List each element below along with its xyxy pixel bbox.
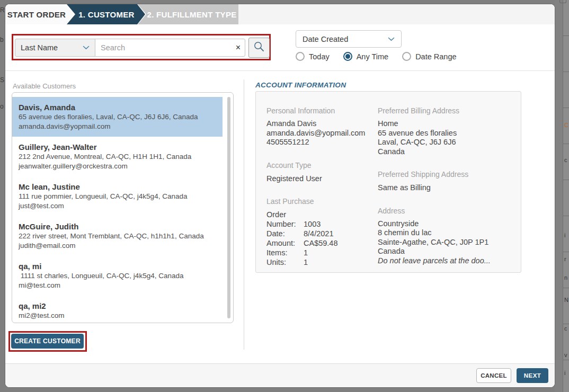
radio-group-any-time[interactable]: Any Time — [343, 52, 388, 61]
last-purchase-row: Amount: CA$59.48 — [266, 238, 375, 248]
account-information-header: ACCOUNT INFORMATION — [255, 81, 346, 89]
preferred-shipping-address-label: Preferred Shipping Address — [378, 170, 518, 179]
customer-list-item[interactable]: Davis, Amanda 65 avenue des floralies, L… — [12, 97, 223, 137]
customer-list-item[interactable]: Mc lean, Justine 111 rue pommier, Longue… — [12, 176, 223, 216]
search-input-wrap: × — [95, 39, 245, 57]
last-purchase-row: Order Number: 1003 — [266, 210, 375, 229]
background-text-fragment: C — [564, 122, 568, 128]
address-line: Canada — [378, 247, 518, 256]
customer-email: jeanwalter.guillery@orckestra.com — [19, 162, 216, 171]
radio-group-today[interactable]: Today — [296, 52, 330, 61]
customer-email: judith@email.com — [19, 241, 216, 251]
address-line: 8 chemin du lac — [378, 228, 518, 238]
background-text-fragment: i — [564, 370, 565, 376]
customer-name: McGuire, Judith — [19, 221, 216, 231]
personal-information-label: Personal Information — [266, 106, 375, 115]
lp-row-value: 1 — [304, 257, 308, 267]
customer-list-item[interactable]: qa, mi2 mi2@test.com — [12, 296, 223, 323]
clear-search-icon[interactable]: × — [236, 42, 241, 53]
create-customer-button[interactable]: CREATE CUSTOMER — [11, 334, 84, 349]
customer-email: just@test.com — [19, 201, 216, 211]
customer-name: Guillery, Jean-Walter — [19, 142, 216, 152]
account-right-column: Preferred Billing Address Home 65 avenue… — [378, 92, 518, 265]
address-values: Countryside 8 chemin du lac Sainte-Agath… — [378, 219, 518, 266]
customer-name: qa, mi — [19, 261, 216, 271]
background-text-fragment: c — [564, 325, 567, 332]
customer-address: 212 2nd Avenue, Montreal, CA-QC, H1H 1H1… — [19, 152, 216, 162]
tabbar-filler — [238, 4, 555, 24]
background-text-fragment: o — [0, 103, 4, 110]
radio-today[interactable] — [296, 52, 305, 61]
lp-row-value: 1 — [304, 248, 308, 257]
last-purchase-row: Date: 8/4/2021 — [266, 229, 375, 238]
customer-phone: 4505551212 — [266, 138, 375, 147]
lp-row-label: Items: — [266, 248, 304, 257]
billing-address-line: Home — [378, 119, 518, 129]
personal-information-values: Amanda Davis amanda.davis@yopmail.com 45… — [266, 119, 375, 147]
search-field-dropdown[interactable]: Last Name — [15, 39, 95, 57]
list-scrollbar — [227, 97, 230, 318]
lp-row-value: 8/4/2021 — [304, 229, 333, 238]
available-customers-label: Available Customers — [13, 82, 76, 90]
billing-address-values: Home 65 avenue des floralies Laval, CA-Q… — [378, 119, 518, 156]
shipping-address-value: Same as Billing — [378, 183, 518, 193]
background-text-fragment: c — [564, 157, 567, 163]
radio-any-time-label[interactable]: Any Time — [357, 52, 388, 61]
radio-group-date-range[interactable]: Date Range — [402, 52, 456, 61]
tab-fulfillment-type-label: 2. FULFILLMENT TYPE — [147, 10, 236, 19]
lp-row-label: Units: — [266, 257, 304, 267]
customer-list-item[interactable]: McGuire, Judith 222 river street, Mont T… — [12, 216, 223, 256]
account-information-panel: Personal Information Amanda Davis amanda… — [255, 91, 521, 273]
account-type-label: Account Type — [266, 161, 375, 170]
chevron-down-icon — [83, 46, 90, 50]
next-button[interactable]: NEXT — [517, 368, 548, 383]
tab-customer-label: 1. CUSTOMER — [78, 10, 135, 19]
customer-name: Davis, Amanda — [19, 102, 216, 112]
last-purchase-row: Units: 1 — [266, 257, 375, 267]
lp-row-label: Amount: — [266, 238, 304, 248]
background-text-fragment: r — [564, 256, 566, 262]
lp-row-value: CA$59.48 — [304, 238, 338, 248]
customer-full-name: Amanda Davis — [266, 119, 375, 129]
radio-any-time[interactable] — [343, 52, 352, 61]
last-purchase-row: Items: 1 — [266, 248, 375, 257]
panel-divider — [244, 79, 244, 350]
preferred-billing-address-label: Preferred Billing Address — [378, 106, 518, 115]
last-purchase-label: Last Purchase — [266, 197, 375, 206]
chevron-down-icon — [388, 37, 395, 41]
date-filter-radios: Today Any Time Date Range — [296, 52, 457, 61]
available-customers-list: Davis, Amanda 65 avenue des floralies, L… — [12, 92, 234, 323]
customer-email: mi2@test.com — [19, 311, 216, 320]
background-page-column: CcirnNcvi — [563, 0, 569, 392]
tab-fulfillment-type[interactable]: 2. FULFILLMENT TYPE — [138, 4, 238, 24]
search-button[interactable] — [248, 38, 270, 58]
tab-customer[interactable]: 1. CUSTOMER — [67, 4, 145, 24]
customer-list-item[interactable]: Guillery, Jean-Walter 212 2nd Avenue, Mo… — [12, 137, 223, 176]
billing-address-line: Laval, CA-QC, J6J 6J6 — [378, 138, 518, 147]
radio-today-label[interactable]: Today — [309, 52, 330, 61]
address-line: Sainte-Agathe, CA-QC, J0P 1P1 — [378, 238, 518, 247]
search-input[interactable] — [95, 39, 245, 57]
scrollbar-thumb[interactable] — [227, 97, 230, 318]
customer-address: 222 river street, Mont Tremblant, CA-QC,… — [19, 231, 216, 241]
lp-row-label: Order Number: — [266, 210, 304, 229]
customer-email: amanda.davis@yopmail.com — [19, 122, 216, 131]
background-text-fragment: R — [0, 6, 5, 14]
tab-start-order: START ORDER — [5, 4, 74, 24]
billing-address-line: Canada — [378, 147, 518, 157]
billing-address-line: 65 avenue des floralies — [378, 129, 518, 138]
date-created-dropdown[interactable]: Date Created — [296, 30, 402, 48]
background-text-fragment: b — [0, 36, 4, 43]
search-icon — [253, 41, 265, 55]
radio-date-range-label[interactable]: Date Range — [415, 52, 456, 61]
account-left-column: Personal Information Amanda Davis amanda… — [266, 92, 375, 267]
last-purchase-rows: Order Number: 1003 Date: 8/4/2021 Amount… — [266, 210, 375, 267]
lp-row-label: Date: — [266, 229, 304, 238]
search-field-dropdown-value: Last Name — [21, 43, 58, 52]
customer-name: qa, mi2 — [19, 301, 216, 311]
customer-list-item[interactable]: qa, mi 1111 st charles, Longueuil, CA-QC… — [12, 256, 223, 296]
account-type-value: Registered User — [266, 174, 375, 184]
cancel-button[interactable]: CANCEL — [476, 368, 511, 383]
lp-row-value: 1003 — [304, 219, 321, 229]
radio-date-range[interactable] — [402, 52, 411, 61]
